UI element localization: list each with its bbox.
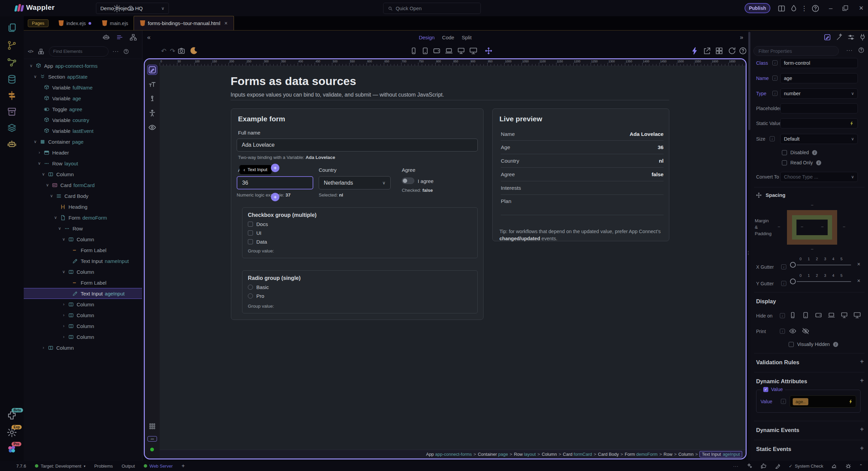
size-select[interactable]: Default∨ xyxy=(780,134,858,144)
breadcrumb-segment[interactable]: Row xyxy=(664,452,672,457)
move-resize-icon[interactable] xyxy=(484,46,493,55)
laptop-view-icon[interactable] xyxy=(445,46,453,55)
list-view-icon[interactable] xyxy=(116,33,124,41)
chevron-down-icon[interactable]: ∨ xyxy=(32,74,39,79)
hide-on-laptop-icon[interactable] xyxy=(827,311,835,319)
tablet-landscape-view-icon[interactable] xyxy=(432,46,441,55)
refresh-icon[interactable] xyxy=(728,46,736,55)
text-size-icon[interactable] xyxy=(148,80,157,89)
settings-gear-icon[interactable] xyxy=(113,4,121,13)
plug-icon[interactable] xyxy=(859,33,867,41)
checkbox-option-data[interactable]: Data xyxy=(248,239,267,245)
components-icon[interactable] xyxy=(37,48,45,55)
chevron-down-icon[interactable]: ∨ xyxy=(60,269,67,274)
breadcrumb-current[interactable]: Text Input ageInput xyxy=(699,451,742,457)
problems-button[interactable]: Problems xyxy=(94,464,113,469)
chevron-up-icon[interactable]: ⌃ xyxy=(859,464,863,468)
sparkles-icon[interactable] xyxy=(746,463,753,469)
collapse-right-icon[interactable]: » xyxy=(740,34,743,41)
droplet-icon[interactable] xyxy=(789,4,798,13)
breadcrumb-segment[interactable]: Card formCard xyxy=(563,452,592,457)
chevron-down-icon[interactable]: ∨ xyxy=(32,139,39,144)
output-button[interactable]: Output xyxy=(122,464,135,469)
grid-components-icon[interactable] xyxy=(715,46,724,55)
quick-open-search[interactable]: Quick Open xyxy=(383,3,481,14)
agree-toggle[interactable] xyxy=(402,178,414,184)
checkbox-option-ui[interactable]: UI xyxy=(248,230,261,236)
robot-icon[interactable] xyxy=(102,33,110,41)
file-tab[interactable]: index.ejs xyxy=(53,16,97,30)
tree-item-column[interactable]: ›Column xyxy=(24,321,142,331)
chevron-right-icon[interactable]: › xyxy=(60,302,67,307)
chevron-down-icon[interactable]: ∨ xyxy=(36,161,43,166)
find-elements-input[interactable]: Find Elements xyxy=(49,46,108,57)
clear-icon[interactable]: × xyxy=(857,261,860,267)
help-icon[interactable] xyxy=(123,48,129,55)
close-button[interactable]: × xyxy=(856,3,866,13)
phone-view-icon[interactable] xyxy=(409,46,418,55)
info-icon[interactable]: i xyxy=(781,281,786,286)
dynamic-value-input[interactable]: age.. xyxy=(790,395,856,408)
info-icon[interactable]: i xyxy=(772,60,777,65)
chevron-down-icon[interactable]: ∨ xyxy=(48,193,55,198)
bug-icon[interactable] xyxy=(845,463,852,469)
breadcrumb-segment[interactable]: Column xyxy=(678,452,694,457)
radio-option-basic[interactable]: Basic xyxy=(248,284,269,290)
web-server-status[interactable]: Web Server xyxy=(144,464,173,469)
grid-apps-icon[interactable] xyxy=(148,422,157,431)
cloud-download-icon[interactable] xyxy=(126,4,135,13)
view-tab-code[interactable]: Code xyxy=(442,35,454,40)
brush-icon[interactable] xyxy=(774,463,781,469)
dynamic-bolt-icon[interactable] xyxy=(690,46,699,55)
kebab-menu-icon[interactable]: ⋮ xyxy=(800,3,809,13)
tree-item-lastEvent[interactable]: VariablelastEvent xyxy=(24,125,142,136)
file-tab[interactable]: main.ejs xyxy=(97,16,134,30)
tree-item-country[interactable]: Variablecountry xyxy=(24,115,142,125)
view-tab-design[interactable]: Design xyxy=(419,35,435,40)
help-icon[interactable] xyxy=(858,47,865,54)
tree-item-form-label[interactable]: Form Label xyxy=(24,277,142,288)
scrollbar-thumb[interactable] xyxy=(748,32,750,130)
ruler-tool-icon[interactable] xyxy=(147,436,157,442)
info-icon[interactable]: i xyxy=(780,313,785,318)
camera-icon[interactable] xyxy=(177,46,186,55)
info-icon[interactable]: i xyxy=(780,329,785,334)
dark-mode-moon-icon[interactable] xyxy=(189,46,198,55)
visually-hidden-checkbox[interactable]: Visually Hiddeni xyxy=(789,342,838,347)
tree-item-age[interactable]: Variableage xyxy=(24,93,142,104)
add-validation-icon[interactable]: + xyxy=(859,358,865,366)
hide-on-monitor-icon[interactable] xyxy=(853,311,861,319)
eye-icon[interactable] xyxy=(789,327,797,335)
info-icon[interactable]: i xyxy=(781,264,786,269)
chevron-right-icon[interactable]: › xyxy=(60,313,67,318)
desktop-view-icon[interactable] xyxy=(457,46,466,55)
more-options-icon[interactable]: ··· xyxy=(113,48,119,55)
more-options-icon[interactable]: ··· xyxy=(846,47,853,54)
info-icon[interactable]: i xyxy=(770,136,775,141)
signpost-icon[interactable] xyxy=(6,90,17,101)
slider-knob[interactable] xyxy=(790,279,796,284)
target-selector[interactable]: Target: Development ▾ xyxy=(35,464,85,469)
info-icon[interactable]: i xyxy=(781,399,786,404)
name-input[interactable]: age xyxy=(780,73,858,83)
library-icon[interactable] xyxy=(6,106,17,117)
chevron-down-icon[interactable]: ∨ xyxy=(40,172,47,177)
export-icon[interactable] xyxy=(703,46,711,55)
tree-item-demoForm[interactable]: ∨FormdemoForm xyxy=(24,212,142,223)
country-select[interactable]: Netherlands∨ xyxy=(319,176,391,189)
ellipsis-icon[interactable]: ··· xyxy=(733,464,738,469)
tree-item-header[interactable]: ›Header xyxy=(24,147,142,158)
tree-item-appState[interactable]: ∨SectionappState xyxy=(24,71,142,82)
tree-item-fullName[interactable]: VariablefullName xyxy=(24,82,142,93)
collapse-left-icon[interactable]: « xyxy=(147,34,151,41)
tablet-portrait-view-icon[interactable] xyxy=(421,46,430,55)
checkbox-option-docs[interactable]: Docs xyxy=(248,221,268,227)
chevron-down-icon[interactable]: ∨ xyxy=(56,226,63,231)
tree-item-row[interactable]: ∨Row xyxy=(24,223,142,234)
sitemap-icon[interactable] xyxy=(129,33,137,41)
class-input[interactable]: form-control xyxy=(780,58,858,68)
layers-icon[interactable] xyxy=(6,123,17,134)
share-nodes-icon[interactable] xyxy=(6,57,17,68)
read-only-checkbox[interactable]: Read Onlyi xyxy=(782,160,821,165)
tree-item-page[interactable]: ∨Containerpage xyxy=(24,136,142,147)
